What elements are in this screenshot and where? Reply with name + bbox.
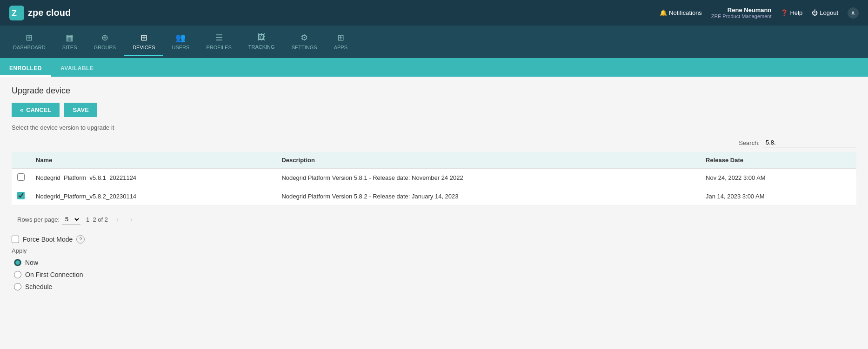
- table-header-row: Name Description Release Date: [12, 152, 856, 169]
- sidebar-item-apps[interactable]: ⊞ APPS: [326, 28, 356, 56]
- apply-radio-group: Now On First Connection Schedule: [14, 259, 856, 290]
- page-content: Upgrade device « CANCEL SAVE Select the …: [0, 77, 868, 349]
- sidebar-item-tracking[interactable]: 🖼 TRACKING: [240, 28, 283, 56]
- apply-label: Apply: [12, 247, 856, 254]
- apply-now-option[interactable]: Now: [14, 259, 856, 266]
- table-row: Nodegrid_Platform_v5.8.1_20221124 Nodegr…: [12, 169, 856, 187]
- collapse-button[interactable]: ∧: [848, 7, 859, 19]
- logo: Z zpe cloud: [9, 6, 71, 20]
- row1-description: Nodegrid Platform Version 5.8.1 - Releas…: [276, 169, 700, 187]
- sidebar-item-users[interactable]: 👥 USERS: [163, 28, 198, 56]
- back-arrow-icon: «: [20, 106, 23, 113]
- button-row: « CANCEL SAVE: [12, 103, 856, 117]
- apply-schedule-radio[interactable]: [14, 283, 21, 290]
- bell-icon: 🔔: [660, 9, 667, 16]
- tab-enrolled[interactable]: ENROLLED: [0, 61, 51, 77]
- page-subtitle: Select the device version to upgrade it: [12, 124, 856, 131]
- apply-first-connection-option[interactable]: On First Connection: [14, 271, 856, 278]
- user-role: ZPE Product Management: [711, 13, 772, 19]
- help-link[interactable]: ❓ Help: [781, 9, 802, 16]
- row1-release-date: Nov 24, 2022 3:00 AM: [700, 169, 856, 187]
- versions-table: Name Description Release Date Nodegrid_P…: [12, 152, 856, 206]
- devices-icon: ⊞: [140, 33, 147, 43]
- search-label: Search:: [739, 139, 760, 146]
- search-bar: Search:: [12, 138, 856, 147]
- search-input[interactable]: [763, 138, 856, 147]
- row1-checkbox-cell[interactable]: [12, 169, 30, 187]
- col-checkbox: [12, 152, 30, 169]
- tab-available[interactable]: AVAILABLE: [51, 61, 103, 77]
- notifications-link[interactable]: 🔔 Notifications: [660, 9, 702, 16]
- pagination: Rows per page: 5 10 25 50 1–2 of 2 ‹ ›: [12, 211, 856, 228]
- dashboard-icon: ⊞: [26, 33, 33, 43]
- rows-per-page: Rows per page: 5 10 25 50: [17, 214, 80, 224]
- prev-page-button[interactable]: ‹: [114, 214, 121, 224]
- apply-now-label: Now: [25, 259, 38, 266]
- tab-bar: ENROLLED AVAILABLE: [0, 58, 868, 77]
- top-nav: Z zpe cloud 🔔 Notifications Rene Neumann…: [0, 0, 868, 26]
- force-boot-label[interactable]: Force Boot Mode: [23, 236, 73, 243]
- logo-icon: Z: [9, 6, 24, 20]
- sidebar-item-profiles[interactable]: ☰ PROFILES: [198, 28, 240, 56]
- power-icon: ⏻: [812, 9, 818, 16]
- rows-per-page-label: Rows per page:: [17, 216, 60, 223]
- settings-icon: ⚙: [300, 33, 308, 43]
- secondary-nav: ⊞ DASHBOARD ▦ SITES ⊕ GROUPS ⊞ DEVICES 👥…: [0, 26, 868, 58]
- apply-section: Apply Now On First Connection Schedule: [12, 247, 856, 290]
- force-boot-help-icon[interactable]: ?: [76, 235, 85, 244]
- logo-text: zpe cloud: [28, 7, 71, 18]
- apps-icon: ⊞: [337, 33, 344, 43]
- next-page-button[interactable]: ›: [127, 214, 135, 224]
- sidebar-item-groups[interactable]: ⊕ GROUPS: [85, 28, 124, 56]
- row2-release-date: Jan 14, 2023 3:00 AM: [700, 187, 856, 206]
- row2-name: Nodegrid_Platform_v5.8.2_20230114: [30, 187, 276, 206]
- force-boot-row: Force Boot Mode ?: [12, 235, 856, 244]
- apply-now-radio[interactable]: [14, 259, 21, 266]
- help-icon: ❓: [781, 9, 788, 16]
- page-title: Upgrade device: [12, 86, 856, 96]
- tracking-icon: 🖼: [257, 33, 266, 42]
- row2-checkbox-cell[interactable]: [12, 187, 30, 206]
- col-name: Name: [30, 152, 276, 169]
- apply-first-connection-label: On First Connection: [25, 271, 83, 278]
- user-name: Rene Neumann: [711, 7, 772, 13]
- row2-checkbox[interactable]: [17, 192, 25, 199]
- svg-text:Z: Z: [12, 9, 17, 18]
- groups-icon: ⊕: [101, 33, 108, 43]
- profiles-icon: ☰: [215, 33, 223, 43]
- row1-checkbox[interactable]: [17, 173, 25, 181]
- apply-schedule-label: Schedule: [25, 283, 52, 290]
- logout-link[interactable]: ⏻ Logout: [812, 9, 838, 16]
- row2-description: Nodegrid Platform Version 5.8.2 - Releas…: [276, 187, 700, 206]
- users-icon: 👥: [175, 33, 186, 43]
- sidebar-item-sites[interactable]: ▦ SITES: [54, 28, 86, 56]
- rows-per-page-select[interactable]: 5 10 25 50: [62, 214, 80, 224]
- sidebar-item-dashboard[interactable]: ⊞ DASHBOARD: [5, 28, 54, 56]
- save-button[interactable]: SAVE: [64, 103, 97, 117]
- row1-name: Nodegrid_Platform_v5.8.1_20221124: [30, 169, 276, 187]
- col-description: Description: [276, 152, 700, 169]
- apply-schedule-option[interactable]: Schedule: [14, 283, 856, 290]
- cancel-button[interactable]: « CANCEL: [12, 103, 60, 117]
- table-row: Nodegrid_Platform_v5.8.2_20230114 Nodegr…: [12, 187, 856, 206]
- top-nav-right: 🔔 Notifications Rene Neumann ZPE Product…: [660, 7, 859, 19]
- apply-first-connection-radio[interactable]: [14, 271, 21, 278]
- page-info: 1–2 of 2: [86, 216, 108, 223]
- col-release-date: Release Date: [700, 152, 856, 169]
- sidebar-item-settings[interactable]: ⚙ SETTINGS: [283, 28, 326, 56]
- user-info: Rene Neumann ZPE Product Management: [711, 7, 772, 19]
- sidebar-item-devices[interactable]: ⊞ DEVICES: [124, 28, 163, 56]
- sites-icon: ▦: [66, 33, 73, 43]
- force-boot-checkbox[interactable]: [12, 236, 19, 243]
